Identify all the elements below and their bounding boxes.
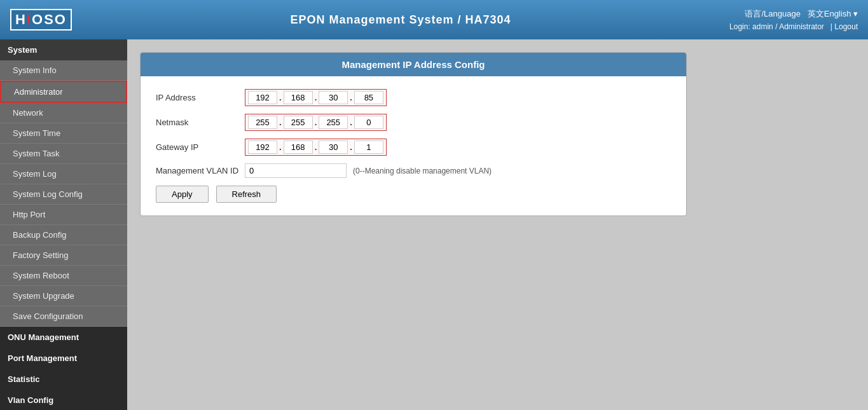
gateway-dot-2: . bbox=[315, 142, 317, 152]
netmask-label: Netmask bbox=[156, 118, 245, 127]
sidebar-item-administrator[interactable]: Administrator bbox=[0, 81, 127, 103]
vlan-hint: (0--Meaning disable management VLAN) bbox=[353, 167, 492, 175]
refresh-button[interactable]: Refresh bbox=[216, 186, 277, 203]
sidebar-item-save-configuration[interactable]: Save Configuration bbox=[0, 306, 127, 327]
content-area: Management IP Address Config IP Address … bbox=[127, 39, 868, 410]
ip-address-oct2[interactable] bbox=[284, 91, 313, 104]
ip-address-group: . . . bbox=[245, 89, 387, 106]
card-body: IP Address . . . Netmask bbox=[141, 76, 686, 215]
header-right: 语言/Language 英文English ▾ Login: admin / A… bbox=[729, 8, 858, 31]
netmask-row: Netmask . . . bbox=[156, 114, 671, 131]
login-label: Login: admin / Administrator bbox=[729, 22, 824, 31]
gateway-ip-oct3[interactable] bbox=[319, 140, 348, 154]
sidebar-group-port-management[interactable]: Port Management bbox=[0, 348, 127, 369]
button-row: Apply Refresh bbox=[156, 186, 671, 203]
sidebar-item-backup-config[interactable]: Backup Config bbox=[0, 225, 127, 245]
gateway-ip-group: . . . bbox=[245, 139, 387, 156]
logo-red-char: I bbox=[27, 11, 32, 27]
login-area: Login: admin / Administrator | Logout bbox=[729, 22, 858, 31]
header-title: EPON Management System / HA7304 bbox=[290, 13, 511, 27]
sidebar-item-system-log-config[interactable]: System Log Config bbox=[0, 184, 127, 205]
sidebar-item-http-port[interactable]: Http Port bbox=[0, 205, 127, 225]
netmask-group: . . . bbox=[245, 114, 387, 131]
main-layout: System System Info Administrator Network… bbox=[0, 39, 868, 410]
lang-area[interactable]: 语言/Language 英文English ▾ bbox=[745, 8, 858, 20]
ip-address-oct1[interactable] bbox=[248, 91, 277, 104]
header: HIOSO EPON Management System / HA7304 语言… bbox=[0, 0, 868, 39]
logo-area: HIOSO bbox=[10, 9, 72, 31]
gateway-dot-1: . bbox=[279, 142, 282, 152]
card-title: Management IP Address Config bbox=[141, 53, 686, 76]
gateway-dot-3: . bbox=[350, 142, 352, 152]
ip-address-oct3[interactable] bbox=[319, 91, 348, 104]
logout-link[interactable]: | Logout bbox=[830, 22, 858, 31]
sidebar-item-system-time[interactable]: System Time bbox=[0, 123, 127, 144]
lang-link[interactable]: 英文English bbox=[808, 9, 851, 18]
ip-dot-1: . bbox=[279, 93, 282, 102]
netmask-oct2[interactable] bbox=[284, 116, 313, 129]
vlan-id-input[interactable] bbox=[245, 163, 347, 178]
sidebar: System System Info Administrator Network… bbox=[0, 39, 127, 410]
lang-label: 语言/Language bbox=[745, 9, 800, 18]
ip-address-label: IP Address bbox=[156, 93, 245, 102]
netmask-oct1[interactable] bbox=[248, 116, 277, 129]
sidebar-item-system-upgrade[interactable]: System Upgrade bbox=[0, 286, 127, 306]
ip-address-row: IP Address . . . bbox=[156, 89, 671, 106]
logo: HIOSO bbox=[10, 9, 72, 31]
netmask-dot-3: . bbox=[350, 118, 352, 127]
netmask-oct4[interactable] bbox=[354, 116, 383, 129]
logo-text: HIOSO bbox=[15, 11, 67, 27]
sidebar-group-vlan-config[interactable]: Vlan Config bbox=[0, 390, 127, 410]
gateway-ip-row: Gateway IP . . . bbox=[156, 139, 671, 156]
netmask-dot-1: . bbox=[279, 118, 282, 127]
sidebar-group-system[interactable]: System bbox=[0, 39, 127, 60]
sidebar-item-system-task[interactable]: System Task bbox=[0, 144, 127, 164]
apply-button[interactable]: Apply bbox=[156, 186, 209, 203]
chevron-down-icon: ▾ bbox=[853, 9, 858, 18]
sidebar-item-system-reboot[interactable]: System Reboot bbox=[0, 266, 127, 286]
ip-dot-2: . bbox=[315, 93, 317, 102]
ip-address-oct4[interactable] bbox=[354, 91, 383, 104]
vlan-id-label: Management VLAN ID bbox=[156, 166, 245, 175]
gateway-ip-oct2[interactable] bbox=[284, 140, 313, 154]
gateway-ip-oct1[interactable] bbox=[248, 140, 277, 154]
vlan-id-row: Management VLAN ID (0--Meaning disable m… bbox=[156, 163, 671, 178]
gateway-ip-label: Gateway IP bbox=[156, 142, 245, 152]
sidebar-item-factory-setting[interactable]: Factory Setting bbox=[0, 245, 127, 266]
sidebar-group-onu-management[interactable]: ONU Management bbox=[0, 327, 127, 348]
sidebar-item-network[interactable]: Network bbox=[0, 103, 127, 123]
netmask-dot-2: . bbox=[315, 118, 317, 127]
sidebar-item-system-log[interactable]: System Log bbox=[0, 164, 127, 184]
sidebar-item-system-info[interactable]: System Info bbox=[0, 60, 127, 81]
ip-dot-3: . bbox=[350, 93, 352, 102]
netmask-oct3[interactable] bbox=[319, 116, 348, 129]
sidebar-group-statistic[interactable]: Statistic bbox=[0, 369, 127, 390]
gateway-ip-oct4[interactable] bbox=[354, 140, 383, 154]
management-ip-card: Management IP Address Config IP Address … bbox=[140, 52, 687, 216]
